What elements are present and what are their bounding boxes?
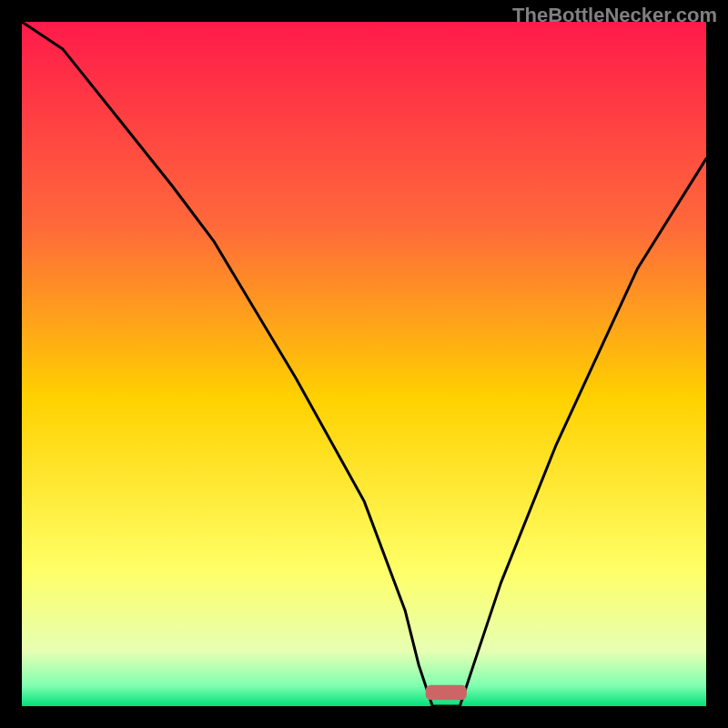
chart-container: TheBottleNecker.com (0, 0, 728, 728)
bottleneck-chart (22, 22, 706, 706)
optimal-marker (426, 685, 467, 701)
plot-area (22, 22, 706, 706)
watermark: TheBottleNecker.com (512, 4, 717, 27)
